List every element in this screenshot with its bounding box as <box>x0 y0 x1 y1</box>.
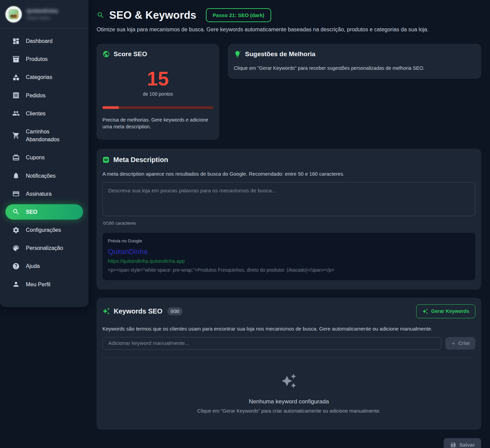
sidebar-item-label: Cupons <box>26 154 45 161</box>
help-icon <box>12 262 20 270</box>
create-keyword-label: Criar <box>458 340 470 346</box>
generate-keywords-label: Gerar Keywords <box>431 308 469 314</box>
plus-icon <box>451 341 456 346</box>
save-button[interactable]: Salvar <box>444 438 481 448</box>
suggestions-text: Clique em "Gerar Keywords" para receber … <box>234 65 475 71</box>
sidebar-item-carrinhos-abandonados[interactable]: Carrinhos Abandonados <box>5 124 83 147</box>
credit-card-icon <box>12 190 20 197</box>
lightbulb-icon <box>234 50 241 58</box>
page-subtitle: Otimize sua loja para mecanismos de busc… <box>97 27 481 33</box>
save-button-label: Salvar <box>459 442 475 448</box>
generate-keywords-button[interactable]: Gerar Keywords <box>416 304 475 318</box>
page-title: SEO & Keywords <box>109 9 196 21</box>
sidebar-item-label: Assinatura <box>26 190 52 198</box>
preview-url: https://quitandinha.quitandinha.app <box>108 258 470 264</box>
keywords-empty-state: Nenhuma keyword configurada Clique em "G… <box>102 358 475 421</box>
sidebar-item-cupons[interactable]: Cupons <box>5 150 83 165</box>
keywords-count-badge: 0/30 <box>167 307 182 315</box>
create-keyword-button[interactable]: Criar <box>445 337 475 350</box>
sidebar-item-meu-perfil[interactable]: Meu Perfil <box>5 277 83 292</box>
category-icon <box>12 74 20 81</box>
keywords-seo-card: Keywords SEO 0/30 Gerar Keywords Keyword… <box>97 298 481 430</box>
user-name: QuitanDinha <box>27 8 58 14</box>
coupon-gift-icon <box>12 154 20 161</box>
sidebar-item-label: SEO <box>26 208 37 216</box>
google-preview: Prévia no Google QuitanDinha https://qui… <box>102 233 475 280</box>
dashboard-icon <box>12 37 20 45</box>
sidebar-item-label: Personalização <box>26 244 63 252</box>
score-seo-card: Score SEO 15 de 100 pontos Precisa de me… <box>97 44 219 140</box>
suggestions-card: Sugestões de Melhoria Clique em "Gerar K… <box>228 44 481 79</box>
main-content: SEO & Keywords Passo 21: SEO (dark) Otim… <box>97 0 481 448</box>
sidebar-item-label: Categorias <box>26 73 52 81</box>
empty-state-title: Nenhuma keyword configurada <box>249 398 329 405</box>
sidebar-item-label: Configurações <box>26 226 61 234</box>
sidebar: QuitanDinha Painel Admin Dashboard Produ… <box>0 0 88 307</box>
user-role: Painel Admin <box>27 16 58 20</box>
sidebar-item-label: Meu Perfil <box>26 281 50 288</box>
sidebar-nav: Dashboard Produtos Categorias Pedidos Cl… <box>0 29 88 298</box>
gear-icon <box>12 226 20 234</box>
sidebar-item-personalizacao[interactable]: Personalização <box>5 240 83 256</box>
meta-card-title: Meta Description <box>113 156 168 164</box>
products-box-icon <box>12 55 20 63</box>
receipt-icon <box>12 92 20 99</box>
sparkles-icon <box>422 308 428 314</box>
sparkles-empty-icon <box>281 373 297 389</box>
sidebar-user-header: QuitanDinha Painel Admin <box>0 0 88 29</box>
empty-state-text: Clique em "Gerar Keywords" para criar au… <box>197 408 381 414</box>
keywords-card-title: Keywords SEO <box>114 307 162 315</box>
meta-description-textarea[interactable] <box>102 182 475 216</box>
sidebar-item-label: Ajuda <box>26 262 40 270</box>
add-keyword-input[interactable] <box>102 337 441 350</box>
palette-icon <box>12 244 20 252</box>
meta-card-description: A meta description aparece nos resultado… <box>102 171 475 177</box>
sparkles-icon <box>102 307 110 315</box>
sidebar-item-label: Pedidos <box>26 92 46 99</box>
seo-score-max: de 100 pontos <box>102 91 213 97</box>
preview-label: Prévia no Google <box>108 238 470 243</box>
seo-search-icon <box>97 11 104 19</box>
sidebar-item-ajuda[interactable]: Ajuda <box>5 258 83 274</box>
sidebar-item-label: Carrinhos Abandonados <box>26 128 74 143</box>
sidebar-item-label: Dashboard <box>26 37 52 45</box>
sidebar-item-configuracoes[interactable]: Configurações <box>5 222 83 238</box>
store-logo <box>9 10 18 19</box>
sidebar-item-categorias[interactable]: Categorias <box>5 69 83 85</box>
seo-score-value: 15 <box>102 69 213 89</box>
meta-description-card: Meta Description A meta description apar… <box>97 149 481 289</box>
sidebar-item-pedidos[interactable]: Pedidos <box>5 88 83 103</box>
preview-eye-icon <box>102 156 110 163</box>
search-icon <box>12 208 20 215</box>
sidebar-item-clientes[interactable]: Clientes <box>5 106 83 121</box>
people-icon <box>12 110 20 117</box>
score-note: Precisa de melhorias. Gere keywords e ad… <box>102 116 213 130</box>
avatar <box>5 6 22 22</box>
suggestions-card-title: Sugestões de Melhoria <box>245 50 315 58</box>
sidebar-item-label: Notificações <box>26 172 55 180</box>
sidebar-item-notificacoes[interactable]: Notificações <box>5 168 83 183</box>
step-badge[interactable]: Passo 21: SEO (dark) <box>206 8 271 22</box>
save-floppy-icon <box>450 442 456 448</box>
bell-icon <box>12 172 20 179</box>
sidebar-item-produtos[interactable]: Produtos <box>5 51 83 67</box>
sidebar-item-label: Clientes <box>26 110 46 117</box>
sidebar-item-seo[interactable]: SEO <box>5 204 83 220</box>
preview-site-title: QuitanDinha <box>108 247 470 256</box>
preview-meta-text: <p><span style="white-space: pre-wrap;">… <box>108 267 470 273</box>
sidebar-item-dashboard[interactable]: Dashboard <box>5 33 83 49</box>
keywords-description: Keywords são termos que os clientes usam… <box>102 326 475 332</box>
shopping-cart-icon <box>12 132 20 139</box>
globe-icon <box>102 50 110 58</box>
score-progress-track <box>102 106 213 109</box>
sidebar-item-assinatura[interactable]: Assinatura <box>5 186 83 202</box>
score-progress-fill <box>102 106 119 109</box>
person-icon <box>12 281 20 288</box>
sidebar-item-label: Produtos <box>26 55 48 63</box>
score-card-title: Score SEO <box>114 50 147 58</box>
char-counter: 0/160 caracteres <box>102 221 475 226</box>
